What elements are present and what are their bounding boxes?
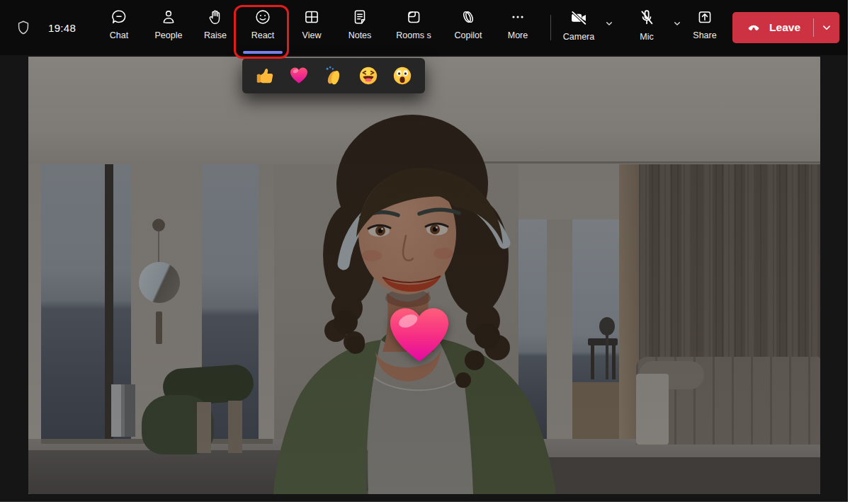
thumbs-up-reaction-button[interactable] — [253, 64, 277, 88]
notes-label: Notes — [348, 30, 372, 40]
shield-icon — [16, 20, 31, 35]
share-screen-icon — [696, 8, 714, 28]
more-button[interactable]: More — [494, 0, 542, 55]
people-label: People — [155, 30, 183, 40]
mic-control: Mic — [626, 0, 683, 55]
meeting-timer: 19:48 — [48, 22, 76, 34]
leave-label: Leave — [769, 21, 800, 34]
reactions-popup — [242, 58, 425, 93]
toolbar-divider — [550, 15, 551, 40]
chat-bubble-icon — [110, 8, 128, 28]
leave-chevron-down-icon[interactable] — [814, 12, 839, 43]
camera-label: Camera — [563, 32, 594, 42]
clap-emoji-icon — [323, 65, 344, 86]
teams-meeting-window: 19:48 Chat People Raise React — [0, 0, 848, 502]
toolbar-left-group: 19:48 — [0, 0, 94, 55]
surprised-emoji-icon — [392, 65, 413, 86]
notes-button[interactable]: Notes — [335, 0, 385, 55]
notes-icon — [351, 8, 369, 28]
camera-off-icon — [569, 8, 589, 30]
meeting-toolbar: 19:48 Chat People Raise React — [0, 0, 848, 55]
rooms-icon — [404, 8, 423, 28]
smiley-icon — [254, 8, 272, 28]
raise-label: Raise — [204, 30, 227, 40]
raise-hand-button[interactable]: Raise — [193, 0, 237, 55]
view-button[interactable]: View — [288, 0, 335, 55]
active-tab-underline — [243, 51, 283, 55]
laugh-reaction-button[interactable] — [356, 64, 380, 88]
laugh-emoji-icon — [358, 65, 379, 86]
surprised-reaction-button[interactable] — [390, 64, 414, 88]
heart-reaction-button[interactable] — [287, 64, 311, 88]
mic-chevron-down-icon[interactable] — [672, 18, 683, 55]
copilot-button[interactable]: Copilot — [443, 0, 494, 55]
meeting-stage — [0, 55, 848, 502]
copilot-icon — [459, 8, 477, 28]
mic-label: Mic — [640, 32, 653, 42]
rooms-label: Rooms s — [396, 30, 431, 40]
chat-button[interactable]: Chat — [94, 0, 144, 55]
rooms-button[interactable]: Rooms s — [385, 0, 443, 55]
people-button[interactable]: People — [144, 0, 193, 55]
react-label: React — [251, 30, 275, 40]
copilot-label: Copilot — [455, 30, 482, 40]
more-label: More — [508, 30, 528, 40]
mic-off-icon — [637, 8, 657, 30]
share-button[interactable]: Share — [683, 0, 727, 55]
avatar-video-tile — [28, 57, 820, 494]
camera-chevron-down-icon[interactable] — [604, 18, 615, 55]
view-label: View — [302, 30, 322, 40]
leave-button[interactable]: Leave — [732, 12, 839, 43]
share-label: Share — [693, 30, 716, 40]
chat-label: Chat — [110, 30, 128, 40]
gallery-grid-icon — [302, 8, 321, 28]
clap-reaction-button[interactable] — [322, 64, 346, 88]
raise-hand-icon — [206, 8, 225, 28]
react-button[interactable]: React — [237, 0, 288, 55]
thumbs-up-emoji-icon — [254, 65, 276, 86]
floating-heart-reaction — [388, 306, 450, 367]
people-icon — [159, 8, 178, 28]
mic-toggle-button[interactable]: Mic — [626, 8, 667, 55]
camera-toggle-button[interactable]: Camera — [558, 8, 599, 55]
camera-control: Camera — [558, 0, 626, 55]
hang-up-phone-icon — [745, 18, 762, 38]
heart-emoji-icon — [288, 65, 310, 86]
video-dim-overlay — [28, 57, 820, 494]
ellipsis-icon — [509, 8, 527, 28]
